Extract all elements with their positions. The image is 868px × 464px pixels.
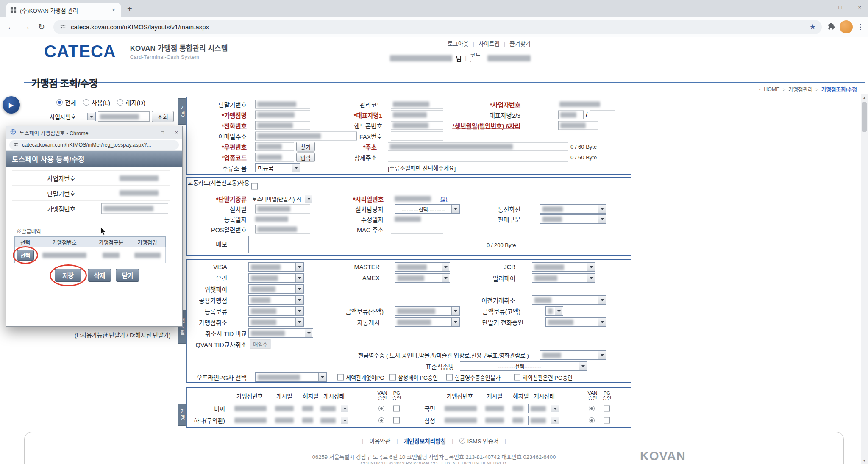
- search-type-select[interactable]: 사업자번호: [47, 112, 96, 121]
- sitemap-link[interactable]: 사이트맵: [479, 39, 500, 47]
- radio-terminated[interactable]: 해지(D): [117, 98, 145, 107]
- amount-hold-small-label: 금액보류(소액): [312, 307, 384, 316]
- table-row: 선택: [15, 247, 166, 263]
- ceo-name-2-input[interactable]: [558, 110, 584, 119]
- ceo-name-3-input[interactable]: [590, 110, 615, 119]
- refresh-icon[interactable]: ↻: [34, 22, 49, 32]
- kookmin-van-radio[interactable]: [589, 406, 595, 411]
- menu-kebab-icon[interactable]: ⋮: [856, 22, 865, 31]
- popup-close-button[interactable]: ×: [175, 130, 178, 136]
- unionpay-select[interactable]: [248, 273, 304, 283]
- reg-hold-select[interactable]: [248, 306, 304, 316]
- close-button[interactable]: 닫기: [116, 269, 139, 282]
- cash-receipt-select[interactable]: [540, 350, 606, 360]
- new-tab-button[interactable]: +: [127, 5, 132, 13]
- breadcrumb-home[interactable]: HOME: [764, 86, 780, 92]
- isms-link[interactable]: ISMS 인증서: [459, 436, 499, 445]
- wechatpay-select[interactable]: [248, 284, 304, 294]
- bc-van-radio[interactable]: [378, 406, 384, 411]
- merchant-name-input[interactable]: [255, 110, 310, 119]
- radio-active[interactable]: 사용(L): [83, 98, 110, 107]
- browser-tab[interactable]: (주)KOVAN 가맹점 관리 ×: [6, 3, 121, 17]
- bookmark-star-icon[interactable]: ★: [810, 22, 816, 31]
- scrollbar-thumb[interactable]: [862, 102, 867, 132]
- visa-select[interactable]: [248, 262, 304, 272]
- terminal-number-input[interactable]: [255, 100, 310, 108]
- delete-button[interactable]: 삭제: [88, 269, 111, 282]
- amount-hold-large-select[interactable]: [545, 306, 563, 316]
- address-input[interactable]: [388, 142, 568, 151]
- terminal-type-select[interactable]: 토스터미널(단말기)-직: [250, 194, 313, 203]
- phone-approval-select[interactable]: [545, 317, 606, 327]
- window-maximize-button[interactable]: □: [839, 4, 842, 11]
- kookmin-status-select[interactable]: [528, 404, 559, 413]
- samsung-pg-checkbox[interactable]: [604, 417, 610, 424]
- forward-icon[interactable]: →: [19, 22, 34, 32]
- hana-van-radio[interactable]: [378, 417, 384, 423]
- transit-card-checkbox[interactable]: [251, 183, 258, 190]
- prev-txn-cancel-select[interactable]: [532, 295, 606, 305]
- search-button[interactable]: 조회: [152, 111, 174, 122]
- merchant-cancel-select[interactable]: [248, 317, 304, 327]
- privacy-link[interactable]: 개인정보처리방침: [404, 436, 446, 445]
- popup-url-pill[interactable]: cateca.kovan.com/nKIMOS/mMer/reg_tosspay…: [9, 140, 179, 150]
- logout-link[interactable]: 로그아웃: [448, 39, 469, 47]
- sidebar-expand-button[interactable]: ▶: [3, 96, 20, 114]
- samsung-status-select[interactable]: [528, 416, 559, 425]
- shared-merchant-select[interactable]: [248, 295, 304, 305]
- back-icon[interactable]: ←: [3, 22, 19, 32]
- popup-site-info-icon[interactable]: [14, 142, 19, 148]
- popup-minimize-button[interactable]: —: [145, 130, 150, 136]
- mac-input[interactable]: [391, 225, 443, 234]
- favorites-link[interactable]: 즐겨찾기: [509, 39, 531, 47]
- profile-avatar[interactable]: [840, 20, 853, 33]
- select-row-button[interactable]: 선택: [17, 250, 34, 261]
- issue-history-label: ※발급내역: [16, 227, 41, 235]
- window-close-button[interactable]: ×: [858, 4, 861, 11]
- scroll-up-icon[interactable]: ▲: [861, 94, 868, 101]
- address-detail-input[interactable]: [388, 153, 568, 161]
- phone-input[interactable]: [255, 121, 310, 130]
- serial-count-link[interactable]: (2): [440, 196, 448, 202]
- popup-maximize-button[interactable]: □: [161, 130, 164, 136]
- terms-link[interactable]: 이용약관: [369, 436, 390, 445]
- install-date-input[interactable]: [255, 205, 310, 214]
- std-category-select[interactable]: ----------선택----------: [460, 361, 587, 371]
- pos-serial-input[interactable]: [255, 225, 310, 234]
- tid-compare-select[interactable]: [248, 328, 313, 338]
- popup-merchant-number-input[interactable]: [101, 203, 168, 214]
- tax-regardless-pg-checkbox[interactable]: [337, 374, 344, 381]
- extensions-icon[interactable]: [826, 22, 836, 32]
- tab-close-icon[interactable]: ×: [110, 7, 117, 13]
- fax-input[interactable]: [391, 131, 443, 140]
- url-bar[interactable]: cateca.kovan.com/nKIMOS/layouts/v1/main.…: [53, 20, 822, 34]
- side-tab-merchant-2[interactable]: 가맹: [178, 404, 186, 426]
- comm-line-select[interactable]: [540, 204, 606, 214]
- breadcrumb-merchant-mgmt[interactable]: 가맹점관리: [788, 85, 813, 93]
- hana-status-select[interactable]: [318, 416, 349, 425]
- search-input[interactable]: [98, 111, 150, 122]
- cash-receipt-deny-checkbox[interactable]: [446, 374, 453, 381]
- industry-code-input[interactable]: [255, 153, 294, 161]
- site-info-icon[interactable]: [59, 23, 67, 31]
- sale-type-select[interactable]: [540, 214, 606, 224]
- popup-title-bar[interactable]: 토스페이 가맹점번호 - Chrome — □ ×: [6, 126, 182, 139]
- samsung-van-radio[interactable]: [589, 417, 595, 423]
- offline-pg-select[interactable]: [255, 372, 327, 382]
- samsungpay-pg-checkbox[interactable]: [389, 374, 396, 381]
- radio-all[interactable]: 전체: [56, 98, 76, 107]
- redacted-value: [390, 144, 513, 149]
- memo-textarea[interactable]: [248, 236, 431, 253]
- window-minimize-button[interactable]: —: [817, 4, 823, 11]
- side-tab-merchant-1[interactable]: 가맹: [178, 98, 186, 125]
- jcb-select[interactable]: [532, 262, 595, 272]
- bc-status-select[interactable]: [318, 404, 349, 413]
- kookmin-pg-checkbox[interactable]: [604, 406, 610, 412]
- alipay-select[interactable]: [532, 273, 595, 283]
- liquor-select[interactable]: 미등록: [255, 163, 300, 172]
- zip-input[interactable]: [255, 142, 294, 151]
- scroll-down-icon[interactable]: ▼: [861, 457, 868, 464]
- birth-corpno-input[interactable]: [558, 121, 598, 130]
- save-button[interactable]: 저장: [55, 269, 81, 282]
- overseas-unionpay-pg-checkbox[interactable]: [514, 374, 520, 381]
